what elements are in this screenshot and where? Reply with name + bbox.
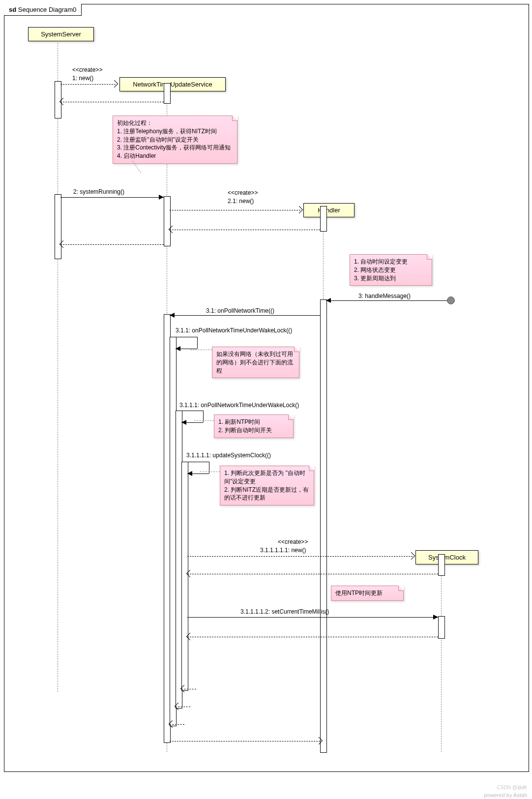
activation (320, 299, 327, 753)
watermark: CSDN @杨树 (497, 784, 527, 791)
arrow-head (111, 80, 118, 88)
note-ntp: 使用NTP时间更新 (331, 586, 404, 601)
arrow-head (159, 195, 164, 200)
note-connector (190, 350, 212, 350)
arrow (187, 574, 438, 574)
activation (320, 206, 327, 232)
arrow (170, 315, 320, 316)
msg-311111: 3.1.1.1.1.1: new() (260, 547, 306, 554)
msg-311: 3.1.1: onPollNetworkTimeUnderWakeLock(() (176, 327, 292, 334)
msg-1-new: 1: new() (72, 75, 93, 82)
arrow (176, 411, 203, 411)
msg-create21-stereo: <<create>> (228, 189, 258, 196)
activation (55, 194, 61, 259)
arrow-head (408, 552, 415, 560)
frame-label: sd Sequence Diagram0 (4, 4, 82, 16)
arrow-head (181, 420, 186, 425)
arrow (170, 337, 197, 337)
msg-31111: 3.1.1.1.1: updateSystemClock(() (186, 452, 271, 459)
msg-create-stereo: <<create>> (72, 66, 102, 73)
arrow (60, 197, 164, 198)
arrow-head (433, 615, 438, 620)
arrow (187, 637, 438, 637)
lifeline-systemclock: SystemClock (415, 550, 478, 564)
arrow (170, 210, 300, 210)
found-msg-circle (447, 296, 455, 304)
msg-3111: 3.1.1.1: onPollNetworkTimeUnderWakeLock(… (179, 402, 299, 409)
arrow-head (187, 471, 192, 476)
msg-create311111-stereo: <<create>> (278, 538, 308, 545)
activation (181, 462, 188, 691)
arrow-head (170, 313, 175, 318)
msg-31: 3.1: onPollNetworkTime(() (206, 307, 274, 314)
arrow (187, 617, 438, 618)
arrow (60, 84, 116, 85)
lifeline-ntus: NetworkTimeUpdateService (119, 77, 226, 91)
arrow-head (176, 346, 180, 351)
note-connector (194, 420, 214, 421)
arrow-head (326, 298, 331, 303)
arrow (170, 741, 320, 741)
msg-311112: 3.1.1.1.1.2: setCurrentTimeMillis() (240, 608, 329, 615)
footer-credit: powered by Astah (484, 792, 527, 798)
arrow (60, 244, 164, 245)
arrow (187, 556, 413, 557)
lifeline-systemserver: SystemServer (28, 27, 94, 41)
lifeline-line (58, 43, 58, 692)
note-nonetwork: 如果没有网络（未收到过可用的网络）则不会进行下面的流程 (212, 347, 299, 378)
note-refresh: 1. 刷新NTP时间 2. 判断自动时间开关 (214, 414, 294, 438)
msg-21: 2.1: new() (228, 198, 254, 205)
activation (438, 616, 445, 639)
activation (164, 196, 171, 246)
msg-3: 3: handleMessage() (358, 293, 411, 299)
note-init: 初始化过程： 1. 注册Telephony服务，获得NITZ时间 2. 注册监听… (113, 116, 237, 164)
lifeline-handler: Handler (303, 203, 355, 217)
arrow (181, 462, 209, 462)
lifeline-line (441, 566, 442, 752)
arrow (326, 300, 447, 301)
arrow (170, 230, 320, 230)
activation (438, 554, 445, 576)
note-connector (200, 472, 220, 472)
activation (164, 83, 171, 104)
arrow-head (296, 206, 303, 214)
note-judge: 1. 判断此次更新是否为 "自动时间"设定变更 2. 判断NITZ近期是否更新过… (220, 466, 314, 505)
arrow (60, 102, 164, 102)
arrow (197, 337, 198, 349)
note-trigger: 1. 自动时间设定变更 2. 网络状态变更 3. 更新周期达到 (350, 254, 432, 286)
msg-2: 2: systemRunning() (73, 188, 124, 195)
